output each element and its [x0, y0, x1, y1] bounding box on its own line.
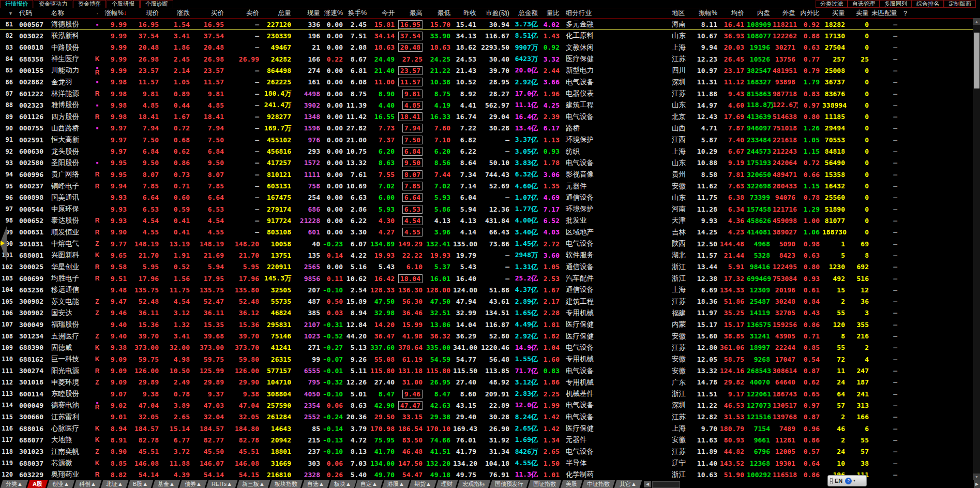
market-tab-1[interactable]: A股 [27, 480, 48, 488]
market-tab-4[interactable]: 北证▲ [100, 480, 128, 488]
table-row[interactable]: 82003022联泓新科9.9937.543.4137.54—230339196… [0, 30, 973, 41]
table-header-cell-fill[interactable]: ? [900, 10, 973, 17]
ime-badge-icon[interactable]: 2 [845, 478, 852, 484]
table-header-cell-avg[interactable]: 均价 [720, 9, 747, 18]
market-tab-12[interactable]: 板块▲ [328, 480, 356, 488]
table-header-cell-wai[interactable]: 外盘 [773, 9, 798, 18]
table-row[interactable]: 109688390固德威K9.38373.0032.00373.00373.70… [0, 342, 973, 353]
table-header-cell-low[interactable]: 最低 [425, 9, 453, 18]
view-tab-3[interactable]: 个股研报 [107, 0, 140, 8]
table-header-cell-ratio[interactable]: 内外比 [798, 9, 822, 18]
table-row[interactable]: 89601126四方股份R9.9818.411.6718.41—92827713… [0, 111, 973, 123]
table-header-cell-open[interactable]: 今开 [369, 9, 397, 18]
table-row[interactable]: 96600898国美通讯9.936.640.606.64—1674752540.… [0, 192, 973, 203]
table-header-cell-vol[interactable]: 总量 [262, 9, 294, 18]
view-tab-4[interactable]: 个股诊断 [140, 0, 173, 8]
view-tab-0[interactable]: 行情报价 [0, 0, 33, 8]
table-row[interactable]: 83600818中路股份9.9920.481.8620.48—49467210.… [0, 42, 973, 53]
table-row[interactable]: 99000631顺发恒业R9.904.550.414.55—8031086010… [0, 227, 973, 238]
table-header-cell-ind[interactable]: 细分行业 [562, 9, 668, 18]
market-tab-14[interactable]: 港股▲ [382, 480, 410, 488]
table-row[interactable]: 108301234五洲医疗Z9.4039.703.4139.6839.70751… [0, 330, 973, 342]
market-tab-10[interactable]: 板块指数 [269, 480, 303, 488]
market-tab-19[interactable]: 国证指数 [528, 480, 562, 488]
market-tab-7[interactable]: 债券▲ [179, 480, 206, 488]
scroll-down-icon[interactable]: ▼ [973, 474, 980, 480]
table-header-cell-pe[interactable]: 市盈(动) [479, 9, 512, 18]
table-header-cell-vnow[interactable]: 现量 [294, 9, 323, 18]
table-row[interactable]: 115300660江苏雷利9.0132.052.6532.0432.052612… [0, 411, 973, 423]
menu-item-3[interactable]: 综合排名 [912, 0, 944, 8]
market-tab-3[interactable]: 科创▲ [73, 480, 101, 488]
tab-scroll-right-icon[interactable]: ▶ [974, 480, 980, 488]
chevron-down-icon[interactable]: ▾ [853, 479, 855, 483]
table-row[interactable]: 116688016心脉医疗K8.94184.5715.14184.57184.8… [0, 423, 973, 434]
market-tab-8[interactable]: REITs▲ [206, 480, 237, 488]
table-row[interactable]: 86002882金龙羽▪9.9811.571.0511.57—262225161… [0, 77, 973, 88]
menu-item-4[interactable]: 定制版面 [944, 0, 976, 8]
table-row[interactable]: 105300982苏文电能Z9.4752.484.5452.4752.48557… [0, 296, 973, 307]
menu-item-1[interactable]: 自选管理 [848, 0, 880, 8]
menu-item-2[interactable]: 多股同列 [880, 0, 912, 8]
table-header-cell-name[interactable]: 名称 [48, 9, 90, 18]
table-row[interactable]: 93002580圣阳股份▪9.959.500.869.50—4172571572… [0, 157, 973, 169]
table-header-cell-chg[interactable]: 涨跌 [161, 9, 192, 18]
tab-scroll-left-icon[interactable]: ◀ [644, 481, 651, 487]
table-row[interactable]: 104603236移远通信9.48135.7511.75135.75135.80… [0, 284, 973, 295]
table-header-cell-un[interactable]: 未匹配量 [871, 9, 900, 18]
table-row[interactable]: 113600114东睦股份9.079.380.789.379.383088044… [0, 388, 973, 400]
table-header-cell-ask[interactable]: 卖价 [227, 9, 262, 18]
table-header-cell-nei[interactable]: 内盘 [747, 9, 773, 18]
market-tab-2[interactable]: 创业▲ [47, 480, 74, 488]
table-header-cell-amp[interactable]: 振幅% [695, 9, 720, 18]
market-tab-5[interactable]: B股▲ [127, 480, 153, 488]
table-row[interactable]: 101688081兴图新科K9.6521.701.9121.6921.70137… [0, 249, 973, 261]
vertical-scrollbar[interactable]: ▲ ▼ [973, 18, 980, 480]
table-row[interactable]: 85000155川能动力▪R9.9923.572.1423.57—8644982… [0, 65, 973, 76]
market-tab-15[interactable]: 期货▲ [409, 480, 436, 488]
table-row[interactable]: 91002591恒大高新9.977.500.687.50—4551029760.… [0, 134, 973, 145]
table-header-cell-num[interactable]: ▼ [0, 11, 16, 16]
table-row[interactable]: 95600237铜峰电子R9.947.850.717.85—6031317580… [0, 180, 973, 191]
market-tab-16[interactable]: 理财 [436, 480, 458, 488]
market-tab-9[interactable]: 新三板▲ [236, 480, 269, 488]
table-header-cell-bid[interactable]: 买价 [192, 9, 227, 18]
market-tab-22[interactable]: 其它▲ [614, 480, 642, 488]
market-tab-17[interactable]: 宏观指标 [457, 480, 491, 488]
table-header-cell-high[interactable]: 最高 [397, 9, 425, 18]
table-row[interactable]: 87601222林洋能源R9.989.810.899.81—180.4万4498… [0, 88, 973, 99]
table-header-cell-bq[interactable]: 买量 [822, 9, 848, 18]
table-row[interactable]: 102300025华星创业R9.585.950.525.945.95220911… [0, 261, 973, 273]
market-tab-13[interactable]: 自定▲ [355, 480, 383, 488]
table-row[interactable]: 94600996贵广网络R9.958.070.738.07—8101211111… [0, 169, 973, 180]
market-tab-0[interactable]: 分类▲ [1, 480, 28, 488]
table-row[interactable]: 106300902国安达Z9.4636.113.1236.1136.124682… [0, 307, 973, 319]
ime-toolbar[interactable]: EN 2 ▾ [827, 475, 867, 486]
table-header-cell-price[interactable]: 现价 [129, 9, 161, 18]
ime-lang-label[interactable]: EN [835, 478, 842, 484]
table-row[interactable]: 111300274阳光电源R9.09126.0010.50125.99126.0… [0, 365, 973, 376]
menu-item-0[interactable]: 分类过滤 [816, 0, 848, 8]
table-header-cell-spd[interactable]: 涨速% [323, 9, 345, 18]
table-row[interactable]: 112301018申菱环境Z9.0929.892.4929.8929.90104… [0, 377, 973, 388]
table-row[interactable]: 119688037芯源微K8.85146.0811.88146.07146.08… [0, 457, 973, 469]
table-header-cell-turn[interactable]: 换手% [345, 9, 369, 18]
table-row[interactable]: 92600630龙头股份9.976.840.626.84—4568162930.… [0, 145, 973, 157]
market-tab-11[interactable]: 自选▲ [301, 480, 329, 488]
table-row[interactable]: 84688358祥生医疗K9.9926.982.4526.9826.992428… [0, 53, 973, 65]
table-header-cell-pct[interactable]: 涨幅%↓ [104, 9, 129, 18]
market-tab-6[interactable]: 基金▲ [152, 480, 179, 488]
market-tab-21[interactable]: 中证指数 [582, 480, 615, 488]
table-header-cell-tag[interactable]: · [90, 10, 104, 17]
table-row[interactable]: 114000049德赛电池▪R9.0247.043.8947.0347.0425… [0, 400, 973, 411]
view-tab-1[interactable]: 资金驱动力 [34, 0, 72, 8]
table-row[interactable]: 88002323雅博股份▪9.984.850.444.85—241.4万3902… [0, 99, 973, 111]
table-header-cell-lb[interactable]: 量比 [540, 9, 562, 18]
ime-grip-icon[interactable] [830, 478, 833, 484]
scroll-up-icon[interactable]: ▲ [973, 18, 980, 25]
table-header-cell-reg[interactable]: 地区 [668, 9, 695, 18]
table-row[interactable]: 97000544中原环保9.936.530.596.53—2791746860.… [0, 203, 973, 215]
table-header-cell-code[interactable]: 代码 [16, 9, 48, 18]
scrollbar-thumb[interactable] [974, 33, 979, 88]
table-row[interactable]: 103600699均胜电子R9.5117.961.5617.9517.96145… [0, 273, 973, 284]
